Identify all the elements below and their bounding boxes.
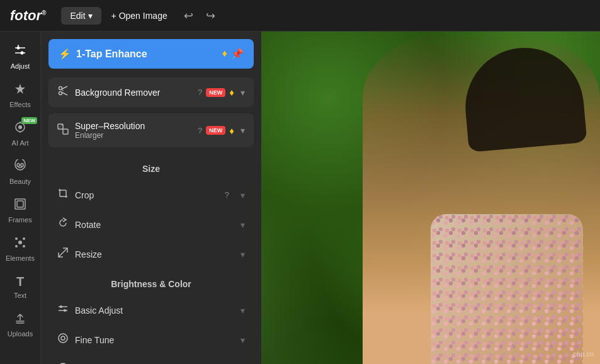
sidebar-item-ai-art[interactable]: NEW AI Art [2,116,38,152]
svg-point-20 [23,245,25,247]
fine-tune-tool-row[interactable]: Fine Tune ▾ [48,325,254,355]
rotate-icon [57,217,69,232]
nav-icons: ↩ ↪ [180,6,219,25]
new-badge-ai-art: NEW [21,117,37,124]
uploads-icon [14,312,26,327]
basic-adjust-label: Basic Adjust [75,305,234,316]
adjust-icon [14,44,26,60]
open-image-button[interactable]: + Open Image [111,11,167,21]
sidebar-item-elements[interactable]: Elements [2,231,38,267]
sidebar-item-label-uploads: Uploads [8,330,33,338]
svg-line-25 [62,90,64,91]
basic-adjust-tool-row[interactable]: Basic Adjust ▾ [48,295,254,325]
logo-text: fotor [10,8,42,23]
crop-label: Crop [75,190,218,200]
gold-diamond-icon: ♦ [222,48,227,60]
tap-enhance-button[interactable]: ⚡ 1-Tap Enhance ♦ 📌 [48,39,254,69]
rotate-chevron: ▾ [241,220,245,230]
tap-enhance-label: 1-Tap Enhance [76,48,147,60]
fine-tune-label: Fine Tune [75,335,234,345]
panel-wrapper: ⚡ 1-Tap Enhance ♦ 📌 [41,31,261,364]
text-icon: T [16,275,24,289]
sidebar-item-label-frames: Frames [8,216,31,224]
crop-icon [57,188,69,202]
super-resolution-gold-icon: ♦ [229,125,234,136]
svg-point-17 [15,237,18,240]
color-tool-row[interactable]: Color ▾ [48,355,254,364]
sidebar-item-label-text: Text [14,292,26,299]
open-image-label: + Open Image [111,11,167,21]
background-remover-label: Background Remover [75,88,160,98]
super-resolution-label: Super–Resolution [75,121,191,131]
effects-icon [14,82,26,98]
edit-label: Edit [70,11,85,21]
sidebar-item-text[interactable]: T Text [2,270,38,304]
sidebar-item-label-ai-art: AI Art [12,139,29,147]
photo-background: php.cn [261,31,600,364]
app-logo: fotor® [10,8,46,24]
svg-line-24 [62,93,67,96]
undo-button[interactable]: ↩ [180,6,197,25]
sidebar-icons: Adjust Effects NEW AI Art [0,31,41,364]
fine-tune-icon [57,333,69,347]
background-remover-badges: ? NEW ♦ [198,87,234,98]
fine-tune-chevron: ▾ [241,335,245,345]
elements-icon [14,236,26,252]
super-resolution-new-badge: NEW [206,126,225,135]
sidebar-item-effects[interactable]: Effects [2,77,38,113]
topbar: fotor® Edit ▾ + Open Image ↩ ↪ [0,0,600,31]
background-remover-new-badge: NEW [206,88,225,97]
rotate-tool-row[interactable]: Rotate ▾ [48,210,254,239]
svg-point-12 [21,164,23,167]
watermark: php.cn [573,350,594,358]
canvas-area: php.cn [261,31,600,364]
crop-chevron: ▾ [241,190,245,200]
super-resolution-badges: ? NEW ♦ [198,125,234,136]
super-resolution-sub: Enlarger [75,131,191,140]
sidebar-item-frames[interactable]: Frames [2,193,38,229]
rotate-label: Rotate [75,220,234,230]
svg-rect-27 [63,129,68,134]
resize-label: Resize [75,249,234,259]
undo-icon: ↩ [184,9,193,22]
svg-rect-15 [17,201,23,207]
lightning-icon: ⚡ [59,48,71,60]
crop-info-icon[interactable]: ? [225,190,229,200]
super-resolution-chevron: ▾ [241,125,245,135]
sidebar-item-uploads[interactable]: Uploads [2,307,38,343]
super-resolution-info-icon[interactable]: ? [198,126,202,135]
svg-point-1 [17,47,20,50]
sidebar-item-beauty[interactable]: Beauty [2,154,38,190]
svg-line-33 [59,248,67,257]
resize-icon [57,247,69,261]
enlarge-icon [57,123,69,138]
crop-tool-row[interactable]: Crop ? ▾ [48,180,254,210]
resize-tool-row[interactable]: Resize ▾ [48,239,254,269]
logo-sup: ® [42,9,46,16]
svg-line-28 [58,124,63,129]
svg-point-39 [61,336,65,340]
sidebar-item-label-adjust: Adjust [11,62,30,70]
svg-point-21 [59,87,62,90]
svg-point-11 [17,164,20,167]
basic-adjust-chevron: ▾ [241,305,245,316]
edit-button[interactable]: Edit ▾ [61,7,101,25]
super-resolution-text: Super–Resolution Enlarger [75,121,191,140]
background-remover-gold-icon: ♦ [229,87,234,98]
frames-icon [14,198,26,213]
sidebar-item-adjust[interactable]: Adjust [2,39,38,75]
redo-button[interactable]: ↪ [202,6,219,25]
svg-point-22 [59,92,62,95]
background-remover-info-icon[interactable]: ? [198,88,202,97]
svg-line-23 [62,86,67,89]
super-resolution-row[interactable]: Super–Resolution Enlarger ? NEW ♦ ▾ [48,113,254,147]
chevron-down-icon: ▾ [88,11,93,21]
background-remover-text: Background Remover [75,87,191,98]
background-remover-row[interactable]: Background Remover ? NEW ♦ ▾ [48,77,254,107]
svg-point-16 [18,241,22,244]
dress-shape [431,214,583,364]
resize-chevron: ▾ [241,249,245,259]
svg-point-36 [60,305,62,308]
svg-point-19 [15,245,18,247]
svg-marker-6 [15,84,25,94]
